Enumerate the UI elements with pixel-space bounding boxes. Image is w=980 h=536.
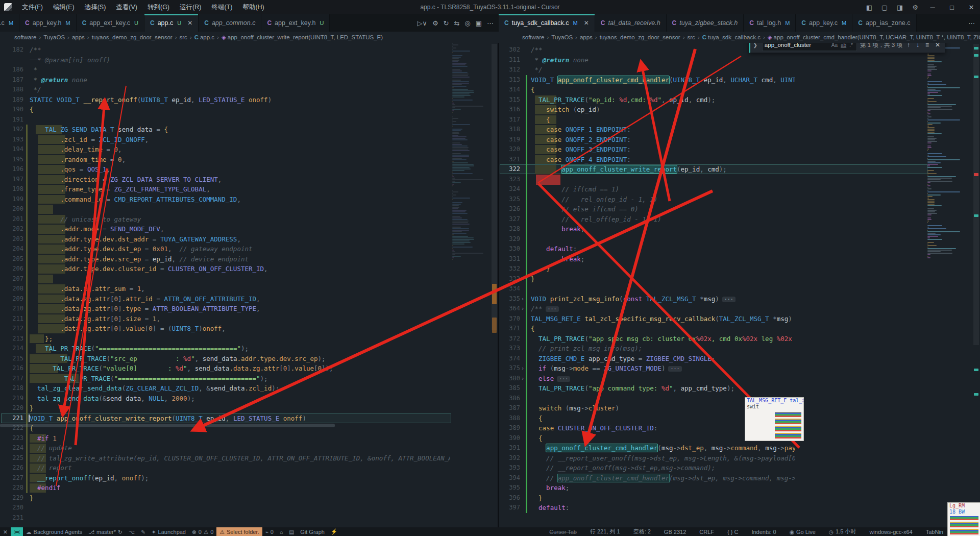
match-case-toggle[interactable]: Aa xyxy=(830,43,839,48)
editor-action-icon-1[interactable]: ⚙ xyxy=(432,19,438,27)
code-line[interactable]: 225 // tal_zg_write_attribute(ep_id, CLU… xyxy=(0,453,498,464)
fold-chevron-icon[interactable]: › xyxy=(521,294,524,304)
minimap[interactable] xyxy=(452,43,491,527)
editor-action-icon-0[interactable]: ▷∨ xyxy=(417,19,427,27)
compiler-kit[interactable]: windows-gcc-x64 xyxy=(866,527,915,536)
scrollbar-slider[interactable] xyxy=(973,44,979,345)
code-line[interactable]: 223 #if 1 xyxy=(0,433,498,444)
code-line[interactable]: 219 tal_zg_send_data(&send_data, NULL, 2… xyxy=(0,394,498,404)
code-line[interactable]: 203 .addr.type.dev.dst_addr = TUYA_GATEW… xyxy=(0,234,498,245)
fold-chevron-icon[interactable]: › xyxy=(521,304,524,314)
editor-action-icon-2[interactable]: ↻ xyxy=(444,19,449,27)
editor-action-icon-5[interactable]: ▣ xyxy=(476,19,482,27)
ports[interactable]: ⌁0 xyxy=(262,527,277,536)
zap-icon[interactable]: ⚡ xyxy=(328,527,340,536)
cursor-tab[interactable]: Cursor Tab xyxy=(546,527,580,536)
select-folder-warning[interactable]: ⚠Select folder. xyxy=(216,527,262,536)
code-line[interactable]: 318 case ONOFF_1_ENDPOINT: xyxy=(499,125,980,135)
code-line[interactable]: 372 TAL_PR_TRACE("app spec msg cb: clust… xyxy=(499,334,980,344)
breadcrumb-item[interactable]: tuyaos_demo_zg_door_sensor xyxy=(92,34,173,40)
code-line[interactable]: 334 xyxy=(499,284,980,294)
editor-pane-left[interactable]: 182/** * @param[in] onoff)186 *187 * @re… xyxy=(0,43,499,527)
code-line[interactable]: * @param[in] onoff) xyxy=(0,55,498,65)
code-line[interactable]: 331 break; xyxy=(499,254,980,264)
editor-action-icon-6[interactable]: ⋯ xyxy=(487,19,494,27)
code-line[interactable]: 391 app_onoff_cluster_cmd_handler(msg->d… xyxy=(499,443,980,453)
code-line[interactable]: 205 .addr.type.dev.src_ep = ep_id, // de… xyxy=(0,254,498,264)
vertical-scrollbar[interactable] xyxy=(973,43,980,527)
code-line[interactable]: 209 .data.zg.attr[0].attr_id = ATTR_ON_O… xyxy=(0,294,498,304)
code-line[interactable]: 199 .command_id = CMD_REPORT_ATTRIBUTES_… xyxy=(0,194,498,205)
code-line[interactable]: 218 tal_zg_clear_send_data(ZG_CLEAR_ALL_… xyxy=(0,383,498,394)
breadcrumb-item[interactable]: TuyaOS xyxy=(43,34,65,40)
code-line[interactable]: 332 } xyxy=(499,264,980,274)
code-line[interactable]: 319 case ONOFF_2_ENDPOINT: xyxy=(499,135,980,145)
code-line[interactable]: 202 .addr.mode = SEND_MODE_DEV, xyxy=(0,224,498,234)
editor-action-icon-4[interactable]: ◎ xyxy=(464,19,470,27)
code-line[interactable]: 395 break; xyxy=(499,483,980,493)
code-line[interactable]: 380› else··· xyxy=(499,374,980,384)
close-find-button[interactable]: ✕ xyxy=(934,43,942,48)
maximize-button[interactable]: □ xyxy=(943,0,961,14)
code-line[interactable]: 182/** xyxy=(0,45,498,55)
code-line[interactable]: 373 // print_zcl_msg_info(msg); xyxy=(499,344,980,354)
code-line[interactable]: 374 ZIGBEE_CMD_E app_cmd_type = ZIGBEE_C… xyxy=(499,354,980,364)
code-line[interactable]: 221VOID_T app_onoff_cluster_write_report… xyxy=(0,413,498,424)
remote-indicator[interactable]: >< xyxy=(11,527,23,536)
menu-选择(S)[interactable]: 选择(S) xyxy=(80,2,111,13)
code-line[interactable]: 189STATIC VOID_T __report_onoff(UINT8_T … xyxy=(0,95,498,105)
breadcrumb-right[interactable]: software›TuyaOS›apps›tuyaos_demo_zg_door… xyxy=(513,32,980,43)
tab-app_common.c[interactable]: Capp_common.c xyxy=(199,14,261,32)
fold-chevron-icon[interactable]: › xyxy=(521,374,524,384)
code-line[interactable]: 187 * @return none xyxy=(0,75,498,85)
breadcrumb-item[interactable]: tuya_sdk_callback.c xyxy=(708,34,761,40)
code-line[interactable]: 389 case CLUSTER_ON_OFF_CLUSTER_ID: xyxy=(499,423,980,433)
code-line[interactable]: 326 // else if(cmd == 0) xyxy=(499,204,980,214)
code-line[interactable]: 317 { xyxy=(499,115,980,125)
code-line[interactable]: 220} xyxy=(0,403,498,413)
code-line[interactable]: 229} xyxy=(0,493,498,503)
breadcrumb-item[interactable]: src xyxy=(179,34,187,40)
previous-match-button[interactable]: ↑ xyxy=(905,43,912,48)
code-line[interactable]: 214 TAL_PR_TRACE("======================… xyxy=(0,344,498,354)
tab-tuya_sdk_callback.c[interactable]: Ctuya_sdk_callback.cM✕ xyxy=(499,14,595,32)
language-mode[interactable]: { } C xyxy=(724,527,741,536)
code-line[interactable]: 196 .qos = QOS_1, xyxy=(0,164,498,175)
encoding[interactable]: GB 2312 xyxy=(661,527,689,536)
code-line[interactable]: 320 case ONOFF_3_ENDPOINT: xyxy=(499,144,980,155)
code-line[interactable]: 333} xyxy=(499,274,980,284)
regex-toggle[interactable]: .* xyxy=(848,43,854,48)
whole-word-toggle[interactable]: ab xyxy=(839,43,848,48)
code-line[interactable]: 197 .direction = ZG_ZCL_DATA_SERVER_TO_C… xyxy=(0,175,498,185)
indentation[interactable]: 空格: 2 xyxy=(630,527,654,536)
tab-app_ext_key.c[interactable]: Capp_ext_key.cU xyxy=(77,14,144,32)
code-line[interactable]: 186 * xyxy=(0,65,498,75)
toggle-replace-icon[interactable]: ❯ xyxy=(751,43,758,48)
breadcrumb-item[interactable]: software xyxy=(14,34,36,40)
code-line[interactable]: 388 { xyxy=(499,413,980,424)
code-line[interactable]: 201 // unicast to gateway xyxy=(0,214,498,225)
code-line[interactable]: 394 // app_onoff_cluster_cmd_handler(msg… xyxy=(499,473,980,483)
cursor-position[interactable]: 行 221, 列 1 xyxy=(587,527,623,536)
code-line[interactable]: 194 .delay_time = 0, xyxy=(0,144,498,155)
code-line[interactable]: 192 TAL_ZG_SEND_DATA_T send_data = { xyxy=(0,125,498,135)
code-line[interactable]: 212 .data.zg.attr[0].value[0] = (UINT8_T… xyxy=(0,324,498,334)
code-line[interactable]: 215 TAL_PR_TRACE("src_ep : %d", send_dat… xyxy=(0,354,498,364)
code-line[interactable]: 200 xyxy=(0,204,498,214)
editor-action-icon-0[interactable]: ⋯ xyxy=(968,19,975,27)
breadcrumb-item[interactable]: apps xyxy=(580,34,593,40)
vertical-scrollbar[interactable] xyxy=(491,43,498,527)
code-line[interactable]: 224 // update xyxy=(0,443,498,453)
code-line[interactable]: 396 } xyxy=(499,493,980,503)
tab-app_ext_key.h[interactable]: Capp_ext_key.hU xyxy=(261,14,330,32)
tab-app.c[interactable]: Capp.cU✕ xyxy=(144,14,199,32)
minimize-button[interactable]: ─ xyxy=(924,0,941,14)
editor-action-icon-3[interactable]: ⇆ xyxy=(454,19,459,27)
problems[interactable]: ⊗0⚠0 xyxy=(189,527,216,536)
tab-tal_data_receive.h[interactable]: Ctal_data_receive.h xyxy=(595,14,667,32)
menu-文件(F)[interactable]: 文件(F) xyxy=(17,2,47,13)
code-line[interactable]: 206 .addr.type.dev.cluster_id = CLUSTER_… xyxy=(0,264,498,274)
terminal-icon[interactable]: ▤ xyxy=(286,527,297,536)
code-line[interactable]: 315 TAL_PR_TRACE("ep_id: %d,cmd: %d", ep… xyxy=(499,95,980,105)
git-graph[interactable]: Git Graph xyxy=(297,527,328,536)
